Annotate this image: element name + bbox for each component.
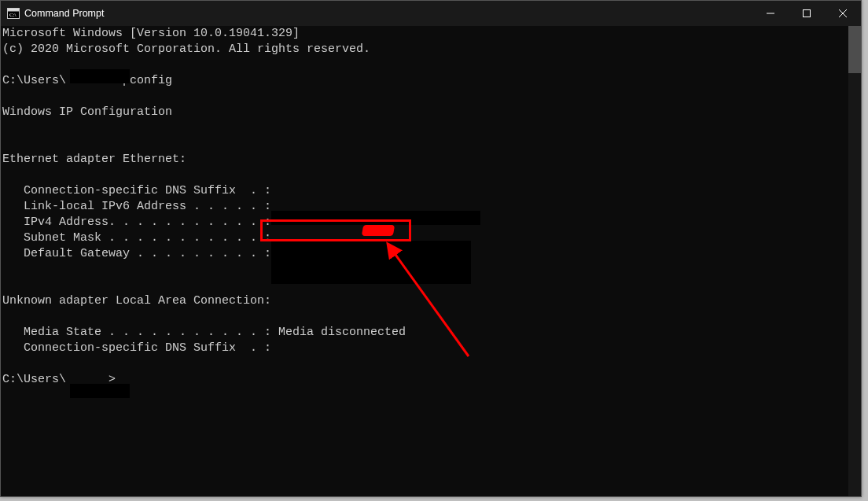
svg-text:C:\: C:\ xyxy=(9,12,17,18)
window-title: Command Prompt xyxy=(24,8,104,19)
svg-rect-3 xyxy=(804,10,811,17)
titlebar[interactable]: C:\ Command Prompt xyxy=(1,1,861,26)
output-line: Default Gateway . . . . . . . . . : xyxy=(2,247,271,260)
adapter-heading: Ethernet adapter Ethernet: xyxy=(2,153,186,166)
output-heading: Windows IP Configuration xyxy=(2,105,172,119)
output-line: Microsoft Windows [Version 10.0.19041.32… xyxy=(2,27,300,40)
output-line: Subnet Mask . . . . . . . . . . . : xyxy=(2,231,271,245)
prompt-path: C:\Users\ xyxy=(2,74,66,87)
annotation-redaction-smudge xyxy=(362,225,395,236)
output-line: Connection-specific DNS Suffix . : xyxy=(2,341,271,355)
adapter-heading: Unknown adapter Local Area Connection: xyxy=(2,294,271,308)
redaction-block xyxy=(271,211,480,225)
output-line: Link-local IPv6 Address . . . . . : xyxy=(2,200,271,213)
maximize-button[interactable] xyxy=(789,1,825,26)
cmd-icon: C:\ xyxy=(7,7,20,20)
redaction-block xyxy=(70,384,130,398)
output-line: Media State . . . . . . . . . . . : Medi… xyxy=(2,326,406,339)
vertical-scrollbar[interactable] xyxy=(848,26,861,496)
output-line: Connection-specific DNS Suffix . : xyxy=(2,184,271,197)
minimize-button[interactable] xyxy=(752,1,789,26)
output-line: (c) 2020 Microsoft Corporation. All righ… xyxy=(2,42,370,56)
ipv4-label: IPv4 Address. . . . . . . . . . . xyxy=(2,216,264,229)
cmd-window: C:\ Command Prompt Microsoft Windows [Ve… xyxy=(0,0,862,497)
scrollbar-thumb[interactable] xyxy=(848,26,861,73)
redaction-block xyxy=(70,69,130,83)
window-controls xyxy=(752,1,861,26)
prompt-path: C:\Users\ xyxy=(2,373,66,386)
svg-rect-1 xyxy=(8,9,20,12)
titlebar-left: C:\ Command Prompt xyxy=(1,7,104,20)
close-button[interactable] xyxy=(825,1,861,26)
redaction-block xyxy=(271,241,471,284)
client-area: Microsoft Windows [Version 10.0.19041.32… xyxy=(1,26,861,496)
terminal-area[interactable]: Microsoft Windows [Version 10.0.19041.32… xyxy=(1,26,848,496)
